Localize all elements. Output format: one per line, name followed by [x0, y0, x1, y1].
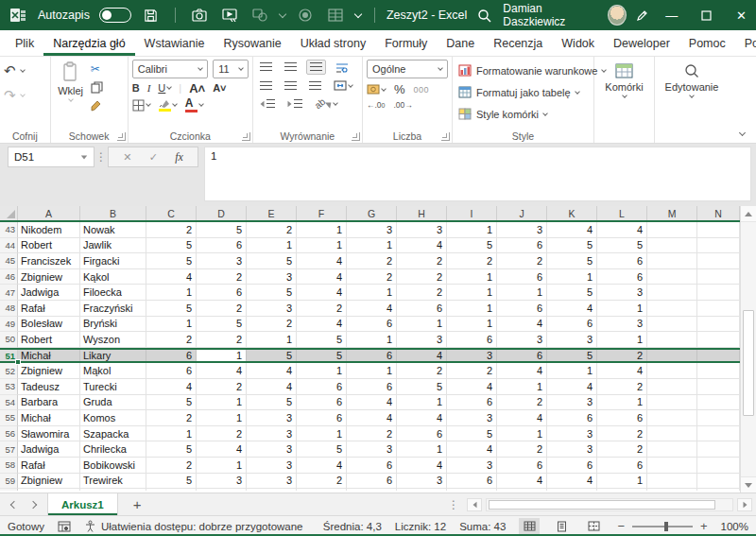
cell-H50[interactable]: 3 [397, 332, 447, 348]
cell-I50[interactable]: 6 [447, 332, 497, 348]
cell-E49[interactable]: 2 [247, 317, 297, 333]
cell-E45[interactable]: 5 [247, 253, 297, 269]
cell-I52[interactable]: 2 [447, 363, 497, 379]
cell-H52[interactable]: 2 [397, 363, 447, 379]
paste-button[interactable]: Wklej [55, 60, 87, 103]
row-header-43[interactable]: 43 [0, 222, 18, 238]
cell-H55[interactable]: 4 [397, 410, 447, 426]
cell-D46[interactable]: 2 [197, 269, 247, 285]
cell-L45[interactable]: 6 [597, 253, 647, 269]
decrease-font-button[interactable]: A˅ [213, 83, 226, 94]
cell-A53[interactable]: Tadeusz [18, 379, 80, 395]
align-middle-button[interactable] [282, 61, 300, 74]
cell-L48[interactable]: 1 [597, 301, 647, 317]
cell-B48[interactable]: Fraczyński [80, 301, 146, 317]
cell-A43[interactable]: Nikodem [18, 222, 80, 238]
cell-B52[interactable]: Mąkol [80, 363, 146, 379]
cell-C45[interactable]: 5 [146, 253, 197, 269]
cell-F48[interactable]: 2 [297, 301, 347, 317]
cell-B47[interactable]: Filoecka [80, 285, 146, 301]
cell-B53[interactable]: Turecki [80, 379, 146, 395]
cell-N54[interactable] [697, 395, 740, 411]
cell-E57[interactable]: 3 [247, 441, 297, 458]
cell-N53[interactable] [697, 379, 740, 395]
cell-C50[interactable]: 2 [146, 332, 197, 348]
cell-I51[interactable]: 3 [447, 350, 497, 362]
cell-E56[interactable]: 3 [247, 426, 297, 442]
cell-L53[interactable]: 2 [597, 379, 647, 395]
vertical-scrollbar[interactable] [740, 206, 756, 493]
cell-N43[interactable] [697, 222, 740, 238]
cell-M55[interactable] [647, 410, 697, 426]
cell-B51[interactable]: Likary [80, 350, 146, 362]
cell-M47[interactable] [647, 285, 697, 301]
avatar[interactable] [608, 5, 627, 26]
redo-button[interactable]: ↷ [4, 87, 25, 104]
cell-H57[interactable]: 1 [397, 441, 447, 458]
cell-D45[interactable]: 3 [197, 253, 247, 269]
cell-H53[interactable]: 5 [397, 379, 447, 395]
alignment-dialog-launcher[interactable] [352, 132, 360, 141]
column-header-A[interactable]: A [18, 206, 80, 220]
cell-K46[interactable]: 1 [547, 269, 597, 285]
cell-L44[interactable]: 5 [597, 238, 647, 254]
cell-A46[interactable]: Zbigniew [18, 269, 80, 285]
cell-M48[interactable] [647, 301, 697, 317]
cell-D43[interactable]: 5 [197, 222, 247, 238]
cell-G45[interactable]: 2 [347, 253, 397, 269]
cell-A60[interactable] [18, 489, 80, 491]
cell-J51[interactable]: 6 [497, 350, 547, 362]
cell-M59[interactable] [647, 474, 697, 490]
cell-I58[interactable]: 3 [447, 458, 497, 474]
cell-E47[interactable]: 5 [247, 285, 297, 301]
cell-J56[interactable]: 1 [497, 426, 547, 442]
cell-I55[interactable]: 3 [447, 410, 497, 426]
row-header-52[interactable]: 52 [0, 363, 18, 379]
cell-I57[interactable]: 4 [447, 441, 497, 458]
cell-I48[interactable]: 1 [447, 301, 497, 317]
cell-B45[interactable]: Firgacki [80, 253, 146, 269]
cell-B49[interactable]: Bryński [80, 317, 146, 333]
cell-D49[interactable]: 5 [197, 317, 247, 333]
cell-E44[interactable]: 1 [247, 238, 297, 254]
status-mode[interactable]: Gotowy [8, 521, 44, 532]
cell-B43[interactable]: Nowak [80, 222, 146, 238]
cell-J54[interactable]: 2 [497, 395, 547, 411]
clipboard-dialog-launcher[interactable] [117, 132, 126, 141]
cell-N55[interactable] [697, 410, 740, 426]
cell-M54[interactable] [647, 395, 697, 411]
cell-B57[interactable]: Chrilecka [80, 441, 146, 458]
cell-B58[interactable]: Bobikowski [80, 458, 146, 474]
status-count[interactable]: Licznik: 12 [395, 521, 446, 532]
accessibility-status[interactable]: Ułatwienia dostępu: dobrze przygotowane [84, 520, 303, 532]
column-header-L[interactable]: L [597, 206, 647, 220]
fill-color-button[interactable] [159, 99, 177, 112]
cell-G49[interactable]: 6 [347, 317, 397, 333]
cell-A52[interactable]: Zbigniew [18, 363, 80, 379]
cell-I49[interactable]: 1 [447, 317, 497, 333]
cell-G48[interactable]: 4 [347, 301, 397, 317]
row-header-44[interactable]: 44 [0, 238, 18, 254]
ribbon-tab-0[interactable]: Plik [6, 30, 43, 56]
save-icon[interactable] [141, 5, 162, 26]
cell-I54[interactable]: 6 [447, 395, 497, 411]
cell-K56[interactable]: 3 [547, 426, 597, 442]
ribbon-tab-5[interactable]: Formuły [375, 30, 437, 56]
cell-B50[interactable]: Wyszon [80, 332, 146, 348]
cell-B55[interactable]: Komos [80, 410, 146, 426]
cell-F59[interactable]: 2 [297, 474, 347, 490]
cancel-entry-button[interactable]: ✕ [123, 151, 131, 164]
cell-I44[interactable]: 5 [447, 238, 497, 254]
cell-H44[interactable]: 4 [397, 238, 447, 254]
cell-C44[interactable]: 5 [146, 238, 197, 254]
cell-H47[interactable]: 2 [397, 285, 447, 301]
cell-D54[interactable]: 1 [197, 395, 247, 411]
cell-H54[interactable]: 1 [397, 395, 447, 411]
cell-H60[interactable] [397, 489, 447, 491]
number-format-combo[interactable]: Ogólne [367, 60, 448, 78]
cell-E48[interactable]: 3 [247, 301, 297, 317]
ribbon-tab-10[interactable]: Pomoc [679, 30, 735, 56]
underline-button[interactable]: U [158, 82, 171, 94]
shapes-chevron-icon[interactable] [279, 9, 286, 17]
cell-F45[interactable]: 4 [297, 253, 347, 269]
